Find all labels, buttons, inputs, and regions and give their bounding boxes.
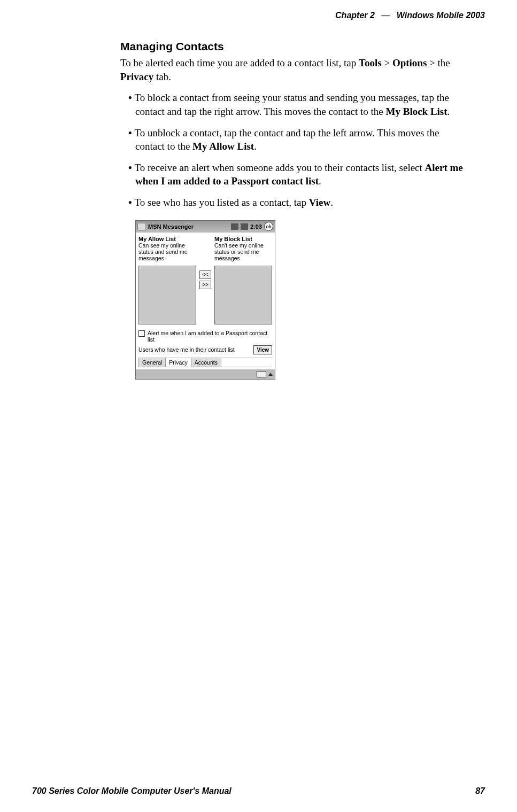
b2-t1: To receive an alert when someone adds yo… <box>134 162 425 173</box>
move-left-button[interactable]: << <box>199 270 211 279</box>
allow-sub: Can see my online status and send me mes… <box>138 242 196 264</box>
tab-spacer <box>221 358 272 367</box>
b2-t2: . <box>319 175 321 187</box>
ok-button[interactable]: ok <box>264 222 273 231</box>
footer-page: 87 <box>475 786 485 796</box>
b0-b1: My Block List <box>386 106 447 117</box>
b3-b1: View <box>309 197 330 208</box>
page-footer: 700 Series Color Mobile Computer User's … <box>32 786 485 796</box>
alert-checkbox-row: Alert me when I am added to a Passport c… <box>138 330 272 343</box>
users-text: Users who have me in their contact list <box>138 346 251 353</box>
header-dash: — <box>381 11 390 20</box>
allow-column: My Allow List Can see my online status a… <box>138 236 196 324</box>
volume-icon[interactable] <box>241 223 248 230</box>
view-button[interactable]: View <box>253 345 272 354</box>
block-sub: Can't see my online status or send me me… <box>214 242 272 264</box>
intro-t1: To be alerted each time you are added to… <box>120 57 359 68</box>
intro-b1: Tools <box>359 57 382 68</box>
pda-body: My Allow List Can see my online status a… <box>136 233 275 369</box>
footer-manual: 700 Series Color Mobile Computer User's … <box>32 786 232 796</box>
tab-general[interactable]: General <box>138 358 166 367</box>
tab-accounts[interactable]: Accounts <box>191 358 221 367</box>
allow-label: My Allow List <box>138 236 196 242</box>
bullet-item-0: To block a contact from seeing your stat… <box>120 91 468 118</box>
block-column: My Block List Can't see my online status… <box>214 236 272 324</box>
intro-gt2: > the <box>427 57 450 68</box>
b3-t2: . <box>330 197 333 208</box>
page-content: Managing Contacts To be alerted each tim… <box>120 40 468 380</box>
b1-t2: . <box>254 141 257 152</box>
page-header: Chapter 2 — Windows Mobile 2003 <box>335 11 485 20</box>
intro-b3: Privacy <box>120 71 153 82</box>
connection-icon[interactable] <box>231 223 238 230</box>
view-row: Users who have me in their contact list … <box>138 345 272 354</box>
block-listbox[interactable] <box>214 266 272 324</box>
alert-checkbox[interactable] <box>138 330 145 337</box>
pda-app-title: MSN Messenger <box>148 223 229 230</box>
arrow-controls: << >> <box>199 270 211 289</box>
up-arrow-icon[interactable] <box>268 373 273 376</box>
pda-screenshot: MSN Messenger 2:03 ok My Allow List Can … <box>135 220 275 380</box>
pda-tabs: General Privacy Accounts <box>138 358 272 367</box>
keyboard-icon[interactable] <box>257 371 266 377</box>
b3-t1: To see who has you listed as a contact, … <box>134 197 308 208</box>
bullet-item-1: To unblock a contact, tap the contact an… <box>120 126 468 153</box>
bullet-item-2: To receive an alert when someone adds yo… <box>120 161 468 188</box>
intro-paragraph: To be alerted each time you are added to… <box>120 56 468 83</box>
b1-t1: To unblock a contact, tap the contact an… <box>134 127 439 152</box>
pda-bottom-bar <box>136 369 275 379</box>
bullet-item-3: To see who has you listed as a contact, … <box>120 196 468 210</box>
block-label: My Block List <box>214 236 272 242</box>
b1-b1: My Allow List <box>192 141 254 152</box>
header-title: Windows Mobile 2003 <box>397 11 485 20</box>
intro-gt1: > <box>382 57 392 68</box>
alert-text: Alert me when I am added to a Passport c… <box>148 330 272 343</box>
move-right-button[interactable]: >> <box>199 281 211 289</box>
allow-listbox[interactable] <box>138 266 196 324</box>
intro-t2: tab. <box>153 71 171 82</box>
section-heading: Managing Contacts <box>120 40 468 53</box>
bullet-list: To block a contact from seeing your stat… <box>120 91 468 209</box>
start-icon[interactable] <box>137 223 146 230</box>
allow-block-lists: My Allow List Can see my online status a… <box>138 236 272 324</box>
pda-titlebar: MSN Messenger 2:03 ok <box>136 221 275 233</box>
chapter-num: 2 <box>370 11 375 20</box>
tab-privacy[interactable]: Privacy <box>165 358 191 367</box>
intro-b2: Op­tions <box>392 57 427 68</box>
chapter-label: Chapter <box>335 11 367 20</box>
b0-t2: . <box>447 106 450 117</box>
pda-time: 2:03 <box>250 223 262 230</box>
